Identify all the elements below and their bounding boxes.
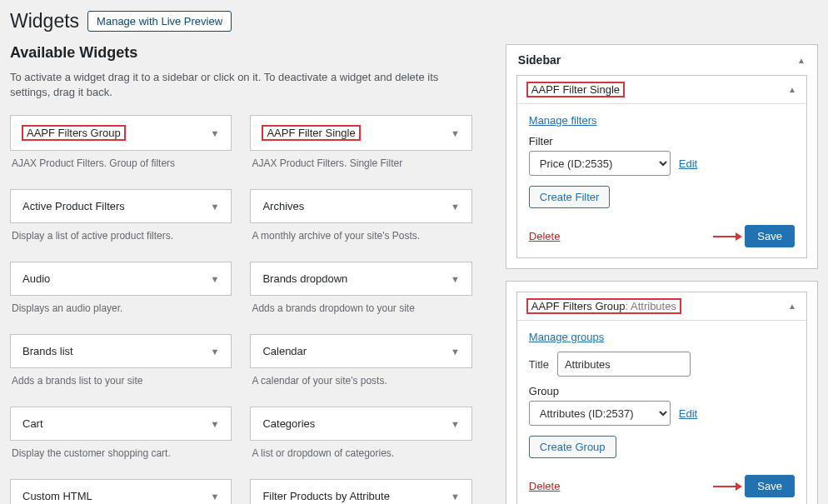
widget-title: Categories	[262, 417, 315, 430]
chevron-down-icon[interactable]: ▼	[451, 202, 460, 212]
chevron-down-icon[interactable]: ▼	[211, 347, 220, 357]
available-widget: Cart▼Display the customer shopping cart.	[10, 407, 232, 472]
widget-header[interactable]: AAPF Filter Single ▲	[517, 76, 806, 104]
available-widget: Brands dropdown▼Adds a brands dropdown t…	[250, 262, 471, 327]
available-widget: Custom HTML▼	[10, 479, 232, 504]
sidebar-widget-filters-group-wrapper: AAPF Filters Group: Attributes ▲ Manage …	[506, 281, 818, 504]
available-widget: AAPF Filter Single▼AJAX Product Filters.…	[250, 115, 471, 182]
widget-title: Active Product Filters	[22, 200, 125, 212]
widget-title: Brands list	[22, 345, 73, 357]
widget-title: AAPF Filters Group	[22, 126, 125, 140]
chevron-down-icon[interactable]: ▼	[451, 128, 460, 138]
manage-groups-link[interactable]: Manage groups	[529, 331, 604, 343]
widget-title: AAPF Filter Single	[527, 82, 624, 97]
sidebar-area-title: Sidebar	[518, 53, 561, 67]
widget-handle[interactable]: AAPF Filters Group▼	[10, 115, 232, 151]
chevron-down-icon[interactable]: ▼	[211, 202, 220, 212]
create-group-button[interactable]: Create Group	[529, 436, 616, 458]
delete-link[interactable]: Delete	[529, 480, 561, 492]
widget-description: A calendar of your site's posts.	[250, 368, 471, 400]
widget-title: Calendar	[262, 345, 307, 357]
chevron-down-icon[interactable]: ▼	[451, 274, 460, 284]
chevron-up-icon[interactable]: ▲	[788, 85, 796, 94]
chevron-down-icon[interactable]: ▼	[451, 419, 460, 429]
arrow-right-icon	[713, 486, 738, 487]
chevron-down-icon[interactable]: ▼	[211, 274, 220, 284]
chevron-up-icon[interactable]: ▲	[788, 302, 796, 311]
delete-link[interactable]: Delete	[529, 230, 561, 242]
page-title: Widgets	[10, 10, 79, 32]
widget-handle[interactable]: Calendar▼	[250, 334, 471, 368]
widget-title: AAPF Filter Single	[262, 126, 359, 140]
filter-label: Filter	[529, 135, 795, 147]
widget-handle[interactable]: Cart▼	[10, 407, 232, 441]
widget-title: Custom HTML	[22, 490, 92, 502]
widget-title: AAPF Filters Group	[531, 300, 626, 312]
title-label: Title	[529, 358, 549, 371]
arrow-right-icon	[713, 236, 738, 237]
widget-handle[interactable]: Categories▼	[250, 407, 471, 441]
sidebar-area-header[interactable]: Sidebar ▲	[506, 45, 817, 75]
available-widget: Brands list▼Adds a brands list to your s…	[10, 334, 232, 400]
widget-description: A list or dropdown of categories.	[250, 441, 471, 472]
available-widget: Categories▼A list or dropdown of categor…	[250, 407, 471, 472]
available-widget: Filter Products by Attribute▼	[250, 479, 471, 504]
chevron-down-icon[interactable]: ▼	[451, 347, 460, 357]
edit-filter-link[interactable]: Edit	[679, 157, 697, 170]
sidebar-area: Sidebar ▲ AAPF Filter Single ▲ Manage fi…	[506, 44, 818, 269]
chevron-down-icon[interactable]: ▼	[211, 419, 220, 429]
title-input[interactable]	[557, 352, 691, 377]
save-button[interactable]: Save	[745, 225, 795, 247]
chevron-down-icon[interactable]: ▼	[211, 128, 220, 138]
widget-title-wrap: AAPF Filters Group: Attributes	[527, 299, 681, 313]
group-select[interactable]: Attributes (ID:2537)	[529, 401, 671, 426]
live-preview-button[interactable]: Manage with Live Preview	[87, 11, 232, 32]
widget-description: Displays an audio player.	[10, 296, 232, 327]
available-widgets-heading: Available Widgets	[10, 44, 472, 62]
widget-handle[interactable]: Custom HTML▼	[10, 479, 232, 504]
available-widget: Archives▼A monthly archive of your site'…	[250, 189, 471, 255]
widget-title: Audio	[22, 272, 50, 285]
available-widget: Audio▼Displays an audio player.	[10, 262, 232, 327]
save-button[interactable]: Save	[745, 475, 795, 497]
available-widget: Active Product Filters▼Display a list of…	[10, 189, 232, 255]
widget-handle[interactable]: AAPF Filter Single▼	[250, 115, 471, 151]
create-filter-button[interactable]: Create Filter	[529, 186, 611, 208]
available-widget: AAPF Filters Group▼AJAX Product Filters.…	[10, 115, 232, 182]
group-label: Group	[529, 385, 795, 397]
chevron-up-icon[interactable]: ▲	[797, 56, 806, 65]
sidebar-widget-filter-single: AAPF Filter Single ▲ Manage filters Filt…	[516, 75, 807, 258]
available-widgets-desc: To activate a widget drag it to a sideba…	[10, 70, 472, 100]
filter-select[interactable]: Price (ID:2535)	[529, 151, 671, 176]
chevron-down-icon[interactable]: ▼	[451, 492, 460, 502]
widget-subtitle: : Attributes	[626, 300, 676, 312]
widget-description: Adds a brands list to your site	[10, 368, 232, 400]
manage-filters-link[interactable]: Manage filters	[529, 114, 597, 127]
sidebar-widget-filters-group: AAPF Filters Group: Attributes ▲ Manage …	[516, 292, 807, 504]
chevron-down-icon[interactable]: ▼	[211, 492, 220, 502]
widget-handle[interactable]: Audio▼	[10, 262, 232, 296]
widget-title: Cart	[22, 417, 43, 430]
widget-description: A monthly archive of your site's Posts.	[250, 223, 471, 255]
widget-handle[interactable]: Archives▼	[250, 189, 471, 223]
widget-description: Adds a brands dropdown to your site	[250, 296, 471, 327]
widget-handle[interactable]: Active Product Filters▼	[10, 189, 232, 223]
widget-handle[interactable]: Filter Products by Attribute▼	[250, 479, 471, 504]
widget-description: AJAX Product Filters. Group of filters	[10, 151, 232, 182]
edit-group-link[interactable]: Edit	[679, 407, 697, 420]
widget-title: Archives	[262, 200, 304, 212]
widget-title: Filter Products by Attribute	[262, 490, 389, 502]
widget-handle[interactable]: Brands list▼	[10, 334, 232, 368]
widget-title: Brands dropdown	[262, 272, 347, 285]
available-widget: Calendar▼A calendar of your site's posts…	[250, 334, 471, 400]
widget-header[interactable]: AAPF Filters Group: Attributes ▲	[517, 292, 806, 321]
widget-handle[interactable]: Brands dropdown▼	[250, 262, 471, 296]
widget-description: Display the customer shopping cart.	[10, 441, 232, 472]
widget-description: Display a list of active product filters…	[10, 223, 232, 255]
widget-description: AJAX Product Filters. Single Filter	[250, 151, 471, 182]
